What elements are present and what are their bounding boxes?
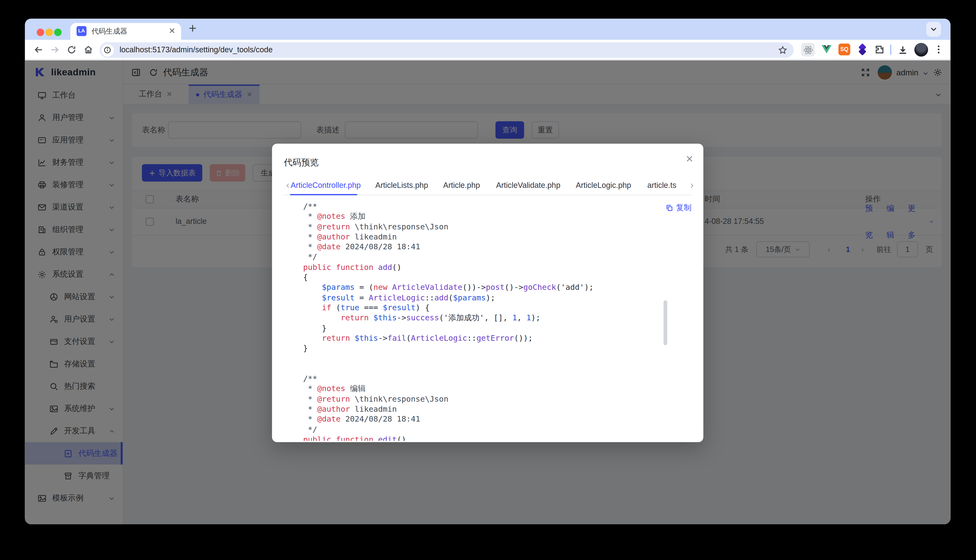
site-favicon: LA	[77, 26, 87, 36]
code-line: */	[303, 252, 682, 262]
browser-window: LA 代码生成器 ✕ localhost:5173/admin/setting/…	[25, 19, 951, 524]
browser-tab[interactable]: LA 代码生成器 ✕	[70, 23, 181, 40]
tab-close-icon[interactable]: ✕	[169, 23, 175, 39]
code-line: return $this->fail(ArticleLogic::getErro…	[303, 333, 682, 343]
new-tab-button[interactable]	[188, 23, 197, 33]
browser-tab-title: 代码生成器	[92, 23, 127, 40]
code-line	[303, 364, 682, 374]
site-info-icon[interactable]	[101, 44, 114, 57]
modal-close-icon[interactable]: ✕	[686, 153, 694, 165]
code-line: public function edit()	[303, 435, 682, 441]
traffic-zoom-button[interactable]	[54, 28, 62, 36]
reload-icon[interactable]	[67, 45, 76, 55]
bookmark-star-icon[interactable]	[778, 45, 787, 55]
modal-tab-ArticleLogic.php[interactable]: ArticleLogic.php	[576, 181, 631, 190]
browser-toolbar: localhost:5173/admin/setting/dev_tools/c…	[25, 40, 951, 60]
modal-tab-ArticleValidate.php[interactable]: ArticleValidate.php	[496, 181, 560, 190]
modal-title: 代码预览	[284, 157, 319, 169]
code-line: {	[303, 272, 682, 282]
code-line: * @author likeadmin	[303, 404, 682, 414]
traffic-minimize-button[interactable]	[45, 28, 53, 36]
modal-file-tabs: ArticleController.phpArticleLists.phpArt…	[272, 181, 704, 195]
traffic-close-button[interactable]	[37, 28, 44, 36]
code-line: * @date 2024/08/28 18:41	[303, 414, 682, 425]
code-line: return $this->success('添加成功', [], 1, 1);	[303, 313, 682, 323]
code-preview-modal: 代码预览 ✕ ArticleController.phpArticleLists…	[272, 144, 704, 442]
modal-tab-ArticleController.php[interactable]: ArticleController.php	[291, 181, 361, 190]
home-icon[interactable]	[84, 45, 93, 55]
tab-search-button[interactable]	[926, 22, 941, 37]
download-icon[interactable]	[897, 45, 908, 55]
modal-tab-ArticleLists.php[interactable]: ArticleLists.php	[375, 181, 428, 190]
screenshot-stage: LA 代码生成器 ✕ localhost:5173/admin/setting/…	[0, 0, 976, 560]
code-line: /**	[303, 202, 682, 212]
code-line: * @return \think\response\Json	[303, 394, 682, 404]
forward-icon[interactable]	[50, 45, 60, 55]
modal-tab-Article.php[interactable]: Article.php	[443, 181, 480, 190]
url-text[interactable]: localhost:5173/admin/setting/dev_tools/c…	[120, 42, 273, 58]
code-line: * @notes 添加	[303, 212, 682, 222]
code-line: if (true === $result) {	[303, 303, 682, 313]
toolbar-separator	[890, 45, 891, 55]
code-line: $params = (new ArticleValidate())->post(…	[303, 283, 682, 293]
app-viewport: likeadmin 工作台用户管理应用管理财务管理装修管理渠道设置组织管理权限管…	[25, 60, 951, 524]
vue-devtools-extension-icon[interactable]	[821, 44, 832, 54]
tabs-scroll-right-icon[interactable]	[689, 182, 695, 189]
code-line: * @return \think\response\Json	[303, 222, 682, 232]
modal-tab-article.ts[interactable]: article.ts	[647, 181, 676, 190]
code-line: /**	[303, 374, 682, 384]
code-line: * @date 2024/08/28 18:41	[303, 242, 682, 252]
copy-code-button[interactable]: 复制	[665, 203, 692, 213]
browser-menu-dots-icon[interactable]	[934, 44, 944, 55]
code-line: * @notes 编辑	[303, 384, 682, 394]
code-line: }	[303, 343, 682, 353]
active-tab-indicator	[290, 193, 358, 195]
address-bar[interactable]: localhost:5173/admin/setting/dev_tools/c…	[100, 42, 794, 58]
code-line: */	[303, 425, 682, 435]
code-scrollbar-thumb[interactable]	[663, 300, 667, 345]
sqlmap-extension-icon[interactable]: SQ	[838, 43, 850, 55]
copy-icon	[665, 204, 674, 212]
code-line: }	[303, 323, 682, 333]
browser-tabstrip: LA 代码生成器 ✕	[25, 19, 951, 40]
browser-profile-avatar[interactable]	[914, 43, 928, 57]
code-line: $result = ArticleLogic::add($params);	[303, 293, 682, 303]
code-line: * @author likeadmin	[303, 232, 682, 242]
back-icon[interactable]	[33, 45, 43, 55]
code-scroll-area[interactable]: /** * @notes 添加 * @return \think\respons…	[303, 197, 682, 441]
react-devtools-extension-icon[interactable]	[801, 43, 815, 57]
code-line	[303, 353, 682, 363]
diamond-extension-icon[interactable]	[856, 43, 868, 55]
code-line: public function add()	[303, 262, 682, 272]
code-block: /** * @notes 添加 * @return \think\respons…	[303, 197, 682, 441]
extensions-puzzle-icon[interactable]	[874, 44, 884, 55]
